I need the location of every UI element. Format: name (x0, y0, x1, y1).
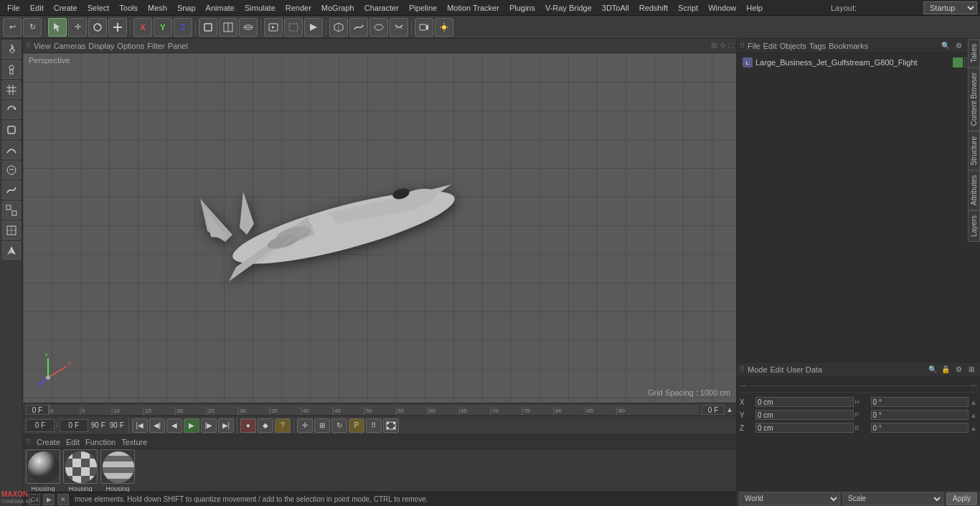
menu-help[interactable]: Help (742, 2, 767, 14)
layers-tab[interactable]: Layers (968, 210, 980, 242)
attr-z-input[interactable] (755, 423, 854, 433)
tool-move[interactable] (2, 40, 21, 59)
mat-create-menu[interactable]: Create (37, 438, 60, 446)
render-active-btn[interactable] (304, 18, 323, 37)
prev-play-btn[interactable]: ◀ (166, 418, 182, 433)
menu-vray-bridge[interactable]: V-Ray Bridge (541, 2, 596, 14)
om-settings-icon[interactable]: ⚙ (953, 40, 964, 52)
structure-tab[interactable]: Structure (968, 131, 980, 171)
menu-window[interactable]: Window (704, 2, 740, 14)
goto-end-btn[interactable]: ▶| (218, 418, 234, 433)
scale-select[interactable]: Scale (843, 492, 943, 505)
light-btn[interactable] (435, 18, 453, 37)
next-frame-btn[interactable]: |▶ (201, 418, 217, 433)
tool-paint[interactable] (2, 60, 21, 79)
render-region-btn[interactable] (284, 18, 303, 37)
undo-btn[interactable]: ↩ (3, 18, 22, 37)
camera-btn[interactable] (415, 18, 433, 37)
play-btn[interactable]: ▶ (184, 418, 199, 433)
x-axis-btn[interactable]: X (133, 18, 152, 37)
attr-lock-icon[interactable]: 🔒 (940, 364, 951, 375)
grid-play-btn[interactable]: ⠿ (366, 418, 382, 433)
menu-mesh[interactable]: Mesh (143, 2, 171, 14)
loop-btn[interactable]: ? (275, 418, 291, 433)
attr-b-input[interactable] (871, 423, 969, 433)
mat-function-menu[interactable]: Function (85, 438, 116, 446)
menu-motion-tracker[interactable]: Motion Tracker (443, 2, 504, 14)
menu-tools[interactable]: Tools (115, 2, 142, 14)
viewport-view-menu[interactable]: View (34, 42, 51, 50)
goto-start-btn[interactable]: |◀ (132, 418, 148, 433)
menu-file[interactable]: File (3, 2, 24, 14)
record-btn[interactable]: ● (240, 418, 256, 433)
om-tags-menu[interactable]: Tags (809, 42, 826, 50)
menu-animate[interactable]: Animate (202, 2, 239, 14)
prev-frame-btn[interactable]: ◀| (149, 418, 165, 433)
status-close-icon[interactable]: ✕ (57, 494, 69, 505)
attr-x-input[interactable] (755, 397, 854, 407)
viewport-panel-menu[interactable]: Panel (168, 42, 188, 50)
om-item-jet[interactable]: L Large_Business_Jet_Gulfstream_G800_Fli… (740, 56, 977, 69)
content-browser-tab[interactable]: Content Browser (968, 67, 980, 131)
y-axis-btn[interactable]: Y (154, 18, 172, 37)
attr-y-input[interactable] (755, 410, 854, 420)
takes-tab[interactable]: Takes (968, 39, 980, 67)
menu-pipeline[interactable]: Pipeline (405, 2, 441, 14)
film-btn[interactable] (383, 418, 399, 433)
viewport-cameras-menu[interactable]: Cameras (54, 42, 86, 50)
z-axis-btn[interactable]: Z (174, 18, 192, 37)
attr-search-icon[interactable]: 🔍 (927, 364, 938, 375)
object-mode-btn[interactable] (199, 18, 217, 37)
tool-rotate[interactable] (2, 100, 21, 119)
menu-script[interactable]: Script (674, 2, 702, 14)
attr-expand-icon[interactable]: ⊞ (966, 364, 977, 375)
viewport[interactable]: Perspective (23, 53, 736, 403)
spline-btn[interactable] (349, 18, 368, 37)
menu-edit[interactable]: Edit (26, 2, 48, 14)
path-btn[interactable]: P (349, 418, 364, 433)
scale-tool-btn[interactable] (108, 18, 127, 37)
layout-select[interactable]: Startup Standard (923, 1, 977, 14)
menu-select[interactable]: Select (83, 2, 114, 14)
attr-settings-icon[interactable]: ⚙ (953, 364, 964, 375)
menu-redshift[interactable]: Redshift (635, 2, 672, 14)
frame-start-input[interactable] (60, 419, 88, 432)
move-tool-btn[interactable]: ✛ (68, 18, 87, 37)
attr-p-input[interactable] (871, 410, 969, 420)
menu-plugins[interactable]: Plugins (505, 2, 540, 14)
select-tool-btn[interactable] (48, 18, 67, 37)
menu-create[interactable]: Create (50, 2, 82, 14)
tool-sculpt[interactable] (2, 161, 21, 179)
redo-btn[interactable]: ↻ (23, 18, 42, 37)
tool-mirror[interactable] (2, 241, 21, 260)
viewport-display-menu[interactable]: Display (88, 42, 114, 50)
om-edit-menu[interactable]: Edit (763, 42, 777, 50)
deformer-btn[interactable] (390, 18, 408, 37)
menu-mograph[interactable]: MoGraph (317, 2, 359, 14)
material-item-2[interactable]: Housing (63, 449, 98, 492)
loop-sel-btn[interactable] (219, 18, 237, 37)
tool-grid[interactable] (2, 80, 21, 99)
om-bookmarks-menu[interactable]: Bookmarks (829, 42, 868, 50)
timeline-track[interactable]: 0 5 10 15 20 25 30 35 40 (49, 405, 699, 415)
om-objects-menu[interactable]: Objects (780, 42, 806, 50)
apply-button[interactable]: Apply (946, 492, 977, 505)
move-tool-play[interactable]: ✛ (297, 418, 313, 433)
viewport-filter-menu[interactable]: Filter (147, 42, 164, 50)
menu-simulate[interactable]: Simulate (240, 2, 280, 14)
tool-texture[interactable] (2, 221, 21, 240)
attributes-tab[interactable]: Attributes (968, 170, 980, 210)
current-frame-input[interactable] (26, 419, 55, 432)
mat-edit-menu[interactable]: Edit (66, 438, 80, 446)
scale-tool-play[interactable]: ⊞ (314, 418, 330, 433)
ring-sel-btn[interactable] (239, 18, 258, 37)
attr-edit-menu[interactable]: Edit (771, 365, 784, 374)
rotate-tool-play[interactable]: ↻ (331, 418, 347, 433)
menu-render[interactable]: Render (281, 2, 316, 14)
om-search-icon[interactable]: 🔍 (940, 40, 951, 52)
keyframe-btn[interactable]: ◆ (258, 418, 273, 433)
tool-object[interactable] (2, 121, 21, 139)
attr-h-input[interactable] (871, 397, 969, 407)
menu-snap[interactable]: Snap (173, 2, 200, 14)
menu-character[interactable]: Character (360, 2, 403, 14)
